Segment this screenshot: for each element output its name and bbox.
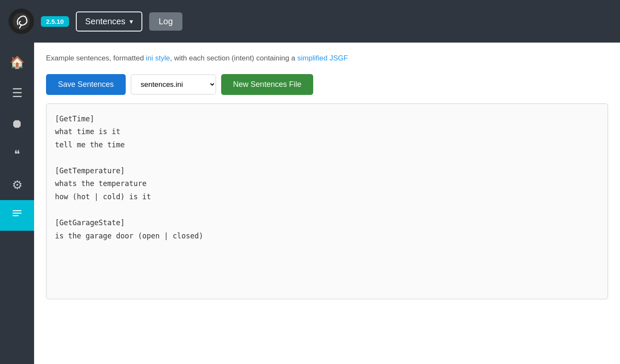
sentences-icon xyxy=(11,208,23,223)
main-layout: 🏠 ☰ ⏺ ❝ ⚙ Example sentences, forma xyxy=(0,43,620,364)
ini-style-link[interactable]: ini style xyxy=(146,54,170,62)
sidebar-item-sentences[interactable] xyxy=(0,200,34,231)
svg-rect-3 xyxy=(13,215,19,216)
sidebar-item-quote[interactable]: ❝ xyxy=(0,139,34,169)
toolbar: Save Sentences sentences.ini New Sentenc… xyxy=(46,74,608,95)
gear-icon: ⚙ xyxy=(12,178,23,192)
sidebar-item-settings[interactable]: ⚙ xyxy=(0,169,34,200)
menu-icon: ☰ xyxy=(12,86,23,100)
chevron-down-icon: ▾ xyxy=(130,17,133,26)
svg-rect-1 xyxy=(13,210,22,211)
navbar: 2.5.10 Sentences ▾ Log xyxy=(0,0,620,43)
content-area: Example sentences, formatted ini style, … xyxy=(34,43,620,364)
description-text: Example sentences, formatted ini style, … xyxy=(46,53,608,64)
file-select[interactable]: sentences.ini xyxy=(131,75,216,95)
new-sentences-file-button[interactable]: New Sentences File xyxy=(221,74,313,95)
sidebar-item-home[interactable]: 🏠 xyxy=(0,47,34,77)
description-middle: , with each section (intent) containing … xyxy=(170,54,297,62)
log-button[interactable]: Log xyxy=(149,12,182,31)
version-badge: 2.5.10 xyxy=(41,16,69,27)
svg-rect-2 xyxy=(13,212,22,213)
record-icon: ⏺ xyxy=(11,117,23,131)
sidebar-item-menu[interactable]: ☰ xyxy=(0,77,34,108)
quote-icon: ❝ xyxy=(14,148,20,161)
editor-area[interactable]: [GetTime] what time is it tell me the ti… xyxy=(46,103,608,299)
sentences-dropdown-button[interactable]: Sentences ▾ xyxy=(76,11,143,32)
sentences-dropdown-label: Sentences xyxy=(85,17,126,26)
jsgf-link[interactable]: simplified JSGF xyxy=(297,54,348,62)
save-sentences-button[interactable]: Save Sentences xyxy=(46,74,126,95)
home-icon: 🏠 xyxy=(10,55,25,69)
sidebar: 🏠 ☰ ⏺ ❝ ⚙ xyxy=(0,43,34,364)
description-prefix: Example sentences, formatted xyxy=(46,54,146,62)
sidebar-item-record[interactable]: ⏺ xyxy=(0,108,34,139)
app-logo xyxy=(9,9,34,34)
